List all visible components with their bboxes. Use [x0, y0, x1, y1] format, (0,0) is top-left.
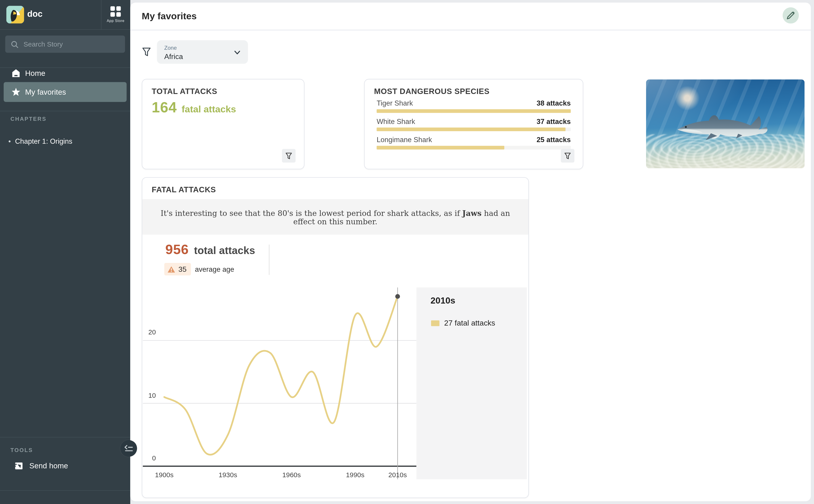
- sidebar-item-send-home[interactable]: Send home: [0, 460, 130, 471]
- sidebar-item-chapter-1[interactable]: • Chapter 1: Origins: [0, 136, 130, 146]
- x-tick-label: 1960s: [276, 471, 307, 479]
- x-tick-label: 2010s: [382, 471, 413, 479]
- tools-heading: TOOLS: [10, 447, 33, 453]
- sidebar: doc App Store Search Story: [0, 0, 130, 504]
- y-tick-label: 0: [142, 454, 156, 462]
- total-attacks-card: TOTAL ATTACKS 164 fatal attacks: [142, 79, 305, 169]
- app-grid-icon: [110, 6, 121, 17]
- zone-filter-value: Africa: [164, 52, 183, 61]
- line-chart[interactable]: 01020 1900s1930s1960s1990s2010s 2010s 27…: [142, 285, 527, 485]
- divider: [0, 490, 130, 491]
- main-content: My favorites Zone Africa TOTAL A: [130, 3, 811, 501]
- card-title: FATAL ATTACKS: [152, 185, 216, 194]
- bullet: •: [8, 137, 11, 145]
- x-tick-label: 1930s: [212, 471, 244, 479]
- edit-button[interactable]: [783, 7, 799, 23]
- divider: [0, 29, 130, 30]
- sidebar-header: doc App Store: [0, 0, 130, 29]
- sidebar-item-label: My favorites: [25, 88, 66, 96]
- chapters-heading: CHAPTERS: [10, 116, 47, 122]
- funnel-icon: [564, 152, 571, 159]
- chart-tooltip-panel: 2010s 27 fatal attacks: [416, 287, 527, 479]
- trend-line: [164, 296, 398, 455]
- page-title: My favorites: [142, 11, 197, 22]
- note-bold: Jaws: [462, 208, 481, 217]
- divider: [130, 30, 811, 30]
- star-icon: [12, 88, 20, 96]
- species-value: 25 attacks: [536, 136, 570, 144]
- zone-filter-select[interactable]: Zone Africa: [157, 40, 248, 64]
- sidebar-item-label: Home: [25, 69, 45, 77]
- most-dangerous-species-card: MOST DANGEROUS SPECIES Tiger Shark 38 at…: [364, 79, 583, 169]
- sidebar-item-home[interactable]: Home: [0, 65, 130, 81]
- toucan-logo-icon[interactable]: [6, 6, 24, 23]
- y-tick-label: 10: [142, 391, 156, 399]
- sidebar-item-my-favorites[interactable]: My favorites: [4, 82, 126, 102]
- card-filter-button[interactable]: [561, 149, 574, 163]
- tooltip-legend-text: 27 fatal attacks: [444, 319, 495, 327]
- species-bar: [377, 146, 570, 149]
- shark-silhouette: [677, 110, 773, 142]
- note-text: It's interesting to see that the 80's is…: [161, 209, 462, 217]
- divider: [269, 245, 269, 275]
- card-title: MOST DANGEROUS SPECIES: [374, 87, 489, 96]
- y-tick-label: 20: [142, 329, 156, 336]
- average-age-label: average age: [195, 265, 234, 273]
- species-value: 37 attacks: [536, 118, 570, 126]
- species-value: 38 attacks: [536, 99, 570, 107]
- filter-funnel-icon[interactable]: [142, 47, 151, 58]
- species-bar: [377, 128, 570, 131]
- fatal-attacks-card: FATAL ATTACKS It's interesting to see th…: [142, 177, 529, 498]
- divider: [0, 437, 130, 437]
- chart-kpi-value: 956: [165, 242, 188, 258]
- card-title: TOTAL ATTACKS: [152, 87, 217, 96]
- total-attacks-value: 164: [152, 99, 177, 116]
- card-filter-button[interactable]: [282, 149, 296, 163]
- app-store-label: App Store: [101, 19, 130, 22]
- collapse-sidebar-icon: [124, 444, 133, 453]
- search-icon: [11, 40, 18, 48]
- tooltip-decade: 2010s: [431, 296, 455, 306]
- warning-badge: 35: [164, 263, 191, 275]
- average-age-value: 35: [178, 265, 186, 273]
- zone-filter-label: Zone: [164, 44, 177, 51]
- search-input[interactable]: Search Story: [5, 36, 125, 53]
- x-tick-label: 1990s: [340, 471, 371, 479]
- app-title: doc: [27, 9, 43, 19]
- pencil-icon: [787, 12, 795, 20]
- chart-kpi-label: total attacks: [194, 245, 255, 257]
- story-note: It's interesting to see that the 80's is…: [142, 199, 528, 235]
- chevron-down-icon: [234, 49, 241, 58]
- average-age-row: 35 average age: [164, 263, 234, 275]
- species-name: Longimane Shark: [377, 136, 432, 144]
- chapter-label: Chapter 1: Origins: [15, 137, 72, 145]
- species-name: White Shark: [377, 118, 415, 126]
- species-bar: [377, 109, 570, 113]
- total-attacks-unit: fatal attacks: [181, 104, 236, 115]
- home-icon: [12, 69, 20, 77]
- shark-photo: [646, 79, 805, 168]
- funnel-icon: [286, 152, 292, 159]
- x-tick-label: 1900s: [148, 471, 180, 479]
- warning-icon: [167, 266, 175, 273]
- search-placeholder: Search Story: [24, 40, 63, 48]
- legend-swatch: [431, 320, 439, 326]
- species-name: Tiger Shark: [377, 99, 413, 107]
- divider: [0, 111, 130, 111]
- collapse-sidebar-button[interactable]: [120, 440, 137, 457]
- app-window: doc App Store Search Story: [0, 0, 814, 504]
- app-store-button[interactable]: App Store: [101, 0, 130, 29]
- send-home-icon: [14, 462, 23, 470]
- tool-label: Send home: [29, 462, 68, 470]
- highlight-point: [395, 294, 400, 299]
